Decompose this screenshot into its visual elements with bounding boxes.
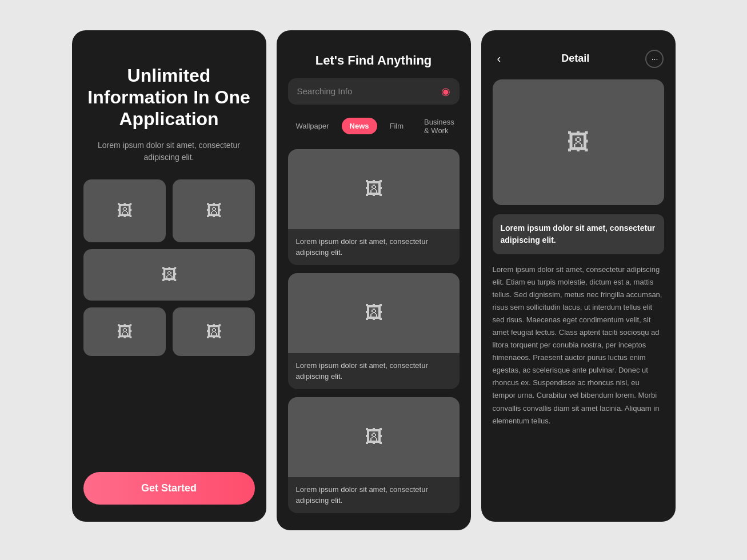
detail-caption-text: Lorem ipsum dolor sit amet, consectetur … — [501, 222, 656, 246]
get-started-button[interactable]: Get Started — [83, 472, 255, 505]
screen-1: Unlimited Information In One Application… — [72, 30, 266, 522]
card-image-2: 🖼 — [288, 273, 460, 353]
image-placeholder-1: 🖼 — [83, 179, 166, 242]
image-grid: 🖼 🖼 🖼 🖼 🖼 — [83, 179, 255, 458]
image-icon-4: 🖼 — [117, 322, 133, 341]
search-placeholder-text: Searching Info — [297, 86, 441, 96]
detail-caption-box: Lorem ipsum dolor sit amet, consectetur … — [493, 214, 664, 254]
find-anything-title: Let's Find Anything — [288, 53, 460, 68]
more-options-button[interactable]: ··· — [645, 50, 664, 68]
filter-tabs: Wallpaper News Film Business & Work — [288, 114, 460, 139]
hero-subtitle: Lorem ipsum dolor sit amet, consectetur … — [83, 139, 255, 163]
detail-page-title: Detail — [561, 53, 589, 65]
card-image-1: 🖼 — [288, 149, 460, 229]
image-placeholder-4: 🖼 — [83, 307, 166, 356]
tab-film[interactable]: Film — [382, 118, 412, 134]
image-placeholder-5: 🖼 — [173, 307, 255, 356]
grid-row-3: 🖼 🖼 — [83, 307, 255, 356]
tab-news[interactable]: News — [342, 118, 377, 134]
detail-body-text: Lorem ipsum dolor sit amet, consectetur … — [493, 263, 664, 427]
grid-row-1: 🖼 🖼 — [83, 179, 255, 242]
news-card-3[interactable]: 🖼 Lorem ipsum dolor sit amet, consectetu… — [288, 397, 460, 513]
image-icon-2: 🖼 — [206, 201, 222, 220]
search-icon[interactable]: ◉ — [441, 85, 450, 98]
card-text-1: Lorem ipsum dolor sit amet, consectetur … — [288, 229, 460, 265]
card-image-icon-1: 🖼 — [365, 178, 383, 199]
news-card-list: 🖼 Lorem ipsum dolor sit amet, consectetu… — [288, 149, 460, 513]
detail-hero-icon: 🖼 — [567, 129, 590, 155]
image-placeholder-2: 🖼 — [173, 179, 255, 242]
card-image-icon-3: 🖼 — [365, 426, 383, 447]
more-icon: ··· — [652, 54, 658, 63]
screen-3: ‹ Detail ··· 🖼 Lorem ipsum dolor sit ame… — [481, 30, 676, 522]
news-card-1[interactable]: 🖼 Lorem ipsum dolor sit amet, consectetu… — [288, 149, 460, 265]
card-image-3: 🖼 — [288, 397, 460, 477]
detail-header: ‹ Detail ··· — [493, 47, 664, 79]
card-image-icon-2: 🖼 — [365, 302, 383, 323]
card-text-3: Lorem ipsum dolor sit amet, consectetur … — [288, 477, 460, 513]
search-bar[interactable]: Searching Info ◉ — [288, 78, 460, 105]
hero-title: Unlimited Information In One Application — [83, 65, 255, 130]
news-card-2[interactable]: 🖼 Lorem ipsum dolor sit amet, consectetu… — [288, 273, 460, 389]
detail-hero-image: 🖼 — [493, 79, 664, 205]
grid-row-2: 🖼 — [83, 249, 255, 301]
back-button[interactable]: ‹ — [493, 50, 506, 67]
image-placeholder-3: 🖼 — [83, 249, 255, 301]
image-icon-5: 🖼 — [206, 322, 222, 341]
image-icon-1: 🖼 — [117, 201, 133, 220]
image-icon-3: 🖼 — [161, 265, 177, 284]
card-text-2: Lorem ipsum dolor sit amet, consectetur … — [288, 353, 460, 389]
screen-2: Let's Find Anything Searching Info ◉ Wal… — [277, 30, 471, 530]
screens-container: Unlimited Information In One Application… — [72, 30, 676, 530]
tab-wallpaper[interactable]: Wallpaper — [288, 118, 337, 134]
tab-business[interactable]: Business & Work — [416, 114, 462, 139]
